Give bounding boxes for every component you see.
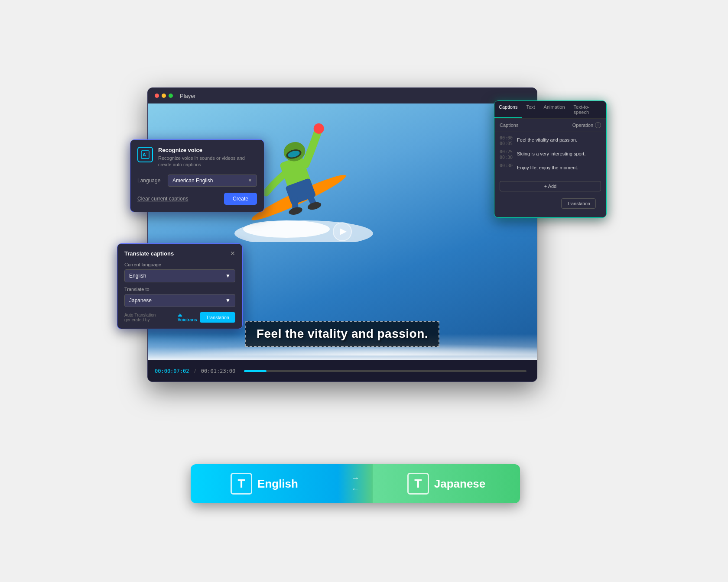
entry-end-2: 00:30 (500, 155, 513, 160)
play-button[interactable] (333, 222, 352, 241)
recognize-desc: Recognize voice in sounds or videos and … (158, 155, 257, 168)
recognize-icon: A + (137, 147, 153, 162)
current-language-select[interactable]: English ▼ (124, 269, 235, 282)
source-language-label: English (257, 477, 298, 491)
language-value: American English (172, 178, 213, 184)
svg-text:+: + (146, 152, 148, 155)
player-title: Player (180, 93, 196, 99)
time-separator: / (194, 368, 195, 374)
add-caption-button[interactable]: + Add (500, 181, 601, 191)
player-titlebar: Player (148, 88, 537, 103)
caption-overlay: Feel the vitality and passion. (245, 321, 439, 347)
player-window: Player (147, 87, 537, 382)
captions-label: Captions (500, 123, 518, 128)
translate-to-value: Japanese (129, 297, 152, 304)
translate-header: Translate captions ✕ (124, 250, 235, 257)
entry-times-1: 00:00 00:05 (500, 136, 513, 146)
recognize-voice-panel: A + Recognize voice Recognize voice in s… (130, 139, 264, 212)
translate-to-select[interactable]: Japanese ▼ (124, 294, 235, 307)
chevron-down-icon: ▼ (248, 178, 252, 183)
entry-times-2: 00:25 00:30 (500, 149, 513, 160)
svg-point-10 (243, 220, 330, 238)
current-language-label: Current language (124, 262, 235, 267)
current-time: 00:00:07:02 (155, 368, 189, 374)
captions-list-header: Captions Operation i (494, 119, 606, 132)
translate-captions-panel: Translate captions ✕ Current language En… (117, 243, 243, 329)
timeline-track[interactable] (244, 370, 526, 372)
translate-to-label: Translate to (124, 287, 235, 292)
banner-target-section: T Japanese (373, 464, 520, 503)
total-time: 00:01:23:00 (201, 368, 235, 374)
caption-entry-1: 00:00 00:05 Feel the vitality and passio… (500, 136, 601, 146)
tab-text[interactable]: Text (522, 101, 539, 118)
entry-end-1: 00:05 (500, 141, 513, 146)
tab-animation[interactable]: Animation (540, 101, 569, 118)
entry-start-2: 00:25 (500, 149, 513, 154)
translate-to-field: Translate to Japanese ▼ (124, 287, 235, 307)
timeline-progress (244, 370, 266, 372)
language-select[interactable]: American English ▼ (168, 175, 257, 187)
target-t-icon: T (407, 473, 429, 495)
minimize-dot[interactable] (162, 94, 166, 98)
translate-to-chevron-icon: ▼ (225, 297, 231, 304)
arrow-right-icon: → (351, 474, 359, 483)
translate-title: Translate captions (124, 250, 174, 257)
recognize-actions: Clear current captions Create (137, 193, 257, 205)
voictrans-brand: ⛰ Voictrans (178, 313, 200, 322)
info-icon[interactable]: i (595, 122, 601, 128)
entry-start-3: 00:30 (500, 163, 513, 168)
entry-text-2[interactable]: Skiing is a very interesting sport. (517, 149, 601, 160)
clear-captions-button[interactable]: Clear current captions (137, 196, 188, 202)
current-lang-chevron-icon: ▼ (225, 273, 231, 279)
svg-text:A: A (143, 152, 146, 157)
language-label: Language (137, 178, 163, 184)
create-button[interactable]: Create (224, 193, 257, 205)
banner-arrows: → ← (338, 464, 373, 503)
caption-entries: 00:00 00:05 Feel the vitality and passio… (494, 132, 606, 178)
recognize-header: A + Recognize voice Recognize voice in s… (137, 147, 257, 168)
entry-start-1: 00:00 (500, 136, 513, 140)
tab-tts[interactable]: Text-to-speech (569, 101, 606, 118)
tab-captions[interactable]: Captions (494, 101, 522, 118)
banner-source-section: T English (191, 464, 338, 503)
caption-display-text: Feel the vitality and passion. (257, 327, 428, 340)
captions-tabs: Captions Text Animation Text-to-speech (494, 101, 606, 119)
entry-text-1[interactable]: Feel the vitality and passion. (517, 136, 601, 146)
timeline-bar[interactable]: 00:00:07:02 / 00:01:23:00 (148, 360, 537, 382)
captions-panel: Captions Text Animation Text-to-speech C… (494, 100, 607, 218)
arrow-left-icon: ← (351, 485, 359, 494)
auto-translate-label: Auto Translation generated by ⛰ Voictran… (124, 313, 200, 322)
recognize-text: Recognize voice Recognize voice in sound… (158, 147, 257, 168)
translate-footer: Auto Translation generated by ⛰ Voictran… (124, 312, 235, 323)
expand-dot[interactable] (169, 94, 173, 98)
current-language-value: English (129, 273, 146, 279)
translation-action-button[interactable]: Translation (200, 312, 235, 323)
translation-button[interactable]: Translation (561, 198, 596, 209)
play-icon (340, 228, 347, 235)
current-language-field: Current language English ▼ (124, 262, 235, 282)
target-language-label: Japanese (434, 477, 486, 491)
source-t-icon: T (231, 473, 252, 495)
close-dot[interactable] (155, 94, 159, 98)
entry-times-3: 00:30 (500, 163, 513, 171)
operation-label: Operation i (572, 122, 601, 128)
close-translate-button[interactable]: ✕ (230, 250, 235, 257)
caption-entry-2: 00:25 00:30 Skiing is a very interesting… (500, 149, 601, 160)
caption-entry-3: 00:30 Enjoy life, enjoy the moment. (500, 163, 601, 171)
translation-banner: T English → ← T Japanese (191, 464, 520, 503)
recognize-title: Recognize voice (158, 147, 257, 153)
language-field: Language American English ▼ (137, 175, 257, 187)
entry-text-3[interactable]: Enjoy life, enjoy the moment. (517, 163, 601, 171)
